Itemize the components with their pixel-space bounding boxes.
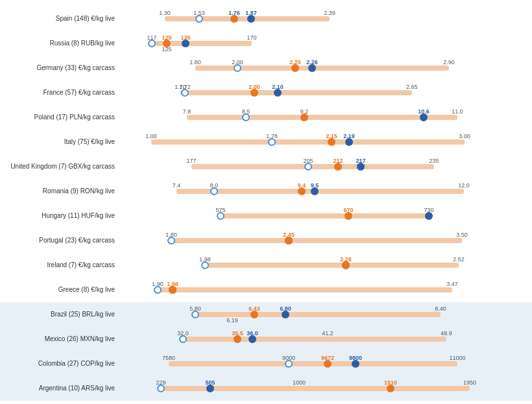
row-colombia: Colombia (27) COP/kg live 7580 9000 9672… xyxy=(0,351,532,376)
dot-mexico-2023 xyxy=(248,335,256,343)
dot-uk-2022 xyxy=(304,163,312,171)
dot-greece-2022 xyxy=(154,286,162,294)
val-colombia-1: 7580 xyxy=(162,355,175,361)
dot-greece-forecast xyxy=(169,286,176,294)
row-brazil: Brazil (25) BRL/kg live 5.80 6.43 6.80 8… xyxy=(0,302,532,327)
dot-poland-forecast xyxy=(300,113,308,121)
dot-russia-2022 xyxy=(148,40,156,47)
dot-france-2023 xyxy=(274,89,282,97)
bar-ireland xyxy=(205,263,459,268)
val-greece-3: 3.47 xyxy=(446,281,458,287)
chart-romania: 7.4 8.0 9.4 9.5 12.0 xyxy=(120,181,532,202)
val-italy-5: 3.00 xyxy=(459,133,470,139)
label-brazil: Brazil (25) BRL/kg live xyxy=(0,311,120,318)
row-portugal: Portugal (23) €/kg carcass 1.80 2.45 3.5… xyxy=(0,228,532,253)
val-mexico-4: 41.2 xyxy=(322,330,333,337)
rows-wrapper: Spain (148) €/kg live 1.30 1.53 1.76 1.8… xyxy=(0,6,532,404)
val-spain-5: 2.39 xyxy=(324,10,335,16)
label-germany: Germany (33) €/kg carcass xyxy=(0,64,120,72)
chart-russia: 117 125 135 170 125 xyxy=(120,33,532,54)
val-uk-1: 177 xyxy=(186,158,196,164)
chart-argentina: 229 505 1000 1510 1950 xyxy=(120,378,532,399)
row-spain: Spain (148) €/kg live 1.30 1.53 1.76 1.8… xyxy=(0,6,532,31)
val-france-5: 2.65 xyxy=(406,84,418,90)
label-hungary: Hungary (11) HUF/kg live xyxy=(0,212,120,220)
chart-spain: 1.30 1.53 1.76 1.87 2.39 xyxy=(120,8,532,29)
row-romania: Romania (9) RON/kg live 7.4 8.0 9.4 9.5 … xyxy=(0,179,532,204)
row-ireland: Ireland (7) €/kg carcass 1.98 2.28 2.52 xyxy=(0,253,532,278)
bar-uk xyxy=(191,164,434,169)
label-colombia: Colombia (27) COP/kg live xyxy=(0,360,120,368)
label-mexico: Mexico (26) MXN/kg live xyxy=(0,335,120,343)
dot-russia-2023 xyxy=(182,40,189,47)
chart-france: 1.70 1.72 2.00 2.10 2.65 xyxy=(120,82,532,103)
chart-ireland: 1.98 2.28 2.52 xyxy=(120,255,532,276)
label-portugal: Portugal (23) €/kg carcass xyxy=(0,237,120,244)
label-spain: Spain (148) €/kg live xyxy=(0,15,120,23)
dot-colombia-2023 xyxy=(352,360,359,368)
dot-argentina-2022 xyxy=(157,385,165,392)
dot-germany-2023 xyxy=(308,64,316,72)
val-italy-1: 1.00 xyxy=(145,133,157,139)
val-romania-5: 12.0 xyxy=(458,182,470,189)
dot-france-2022 xyxy=(181,89,189,97)
chart-colombia: 7580 9000 9672 9800 11000 xyxy=(120,353,532,374)
bar-italy xyxy=(151,139,465,145)
val-spain-1: 1.30 xyxy=(159,10,171,16)
val-romania-1: 7.4 xyxy=(173,182,181,189)
val-germany-5: 2.90 xyxy=(443,59,455,65)
chart-hungary: 575 670 730 xyxy=(120,206,532,226)
section-world: Brazil (25) BRL/kg live 5.80 6.43 6.80 8… xyxy=(0,302,532,401)
dot-uk-2023 xyxy=(357,163,365,171)
label-italy: Italy (75) €/kg live xyxy=(0,138,120,146)
chart-greece: 1.90 1.98 3.47 xyxy=(120,279,532,300)
dot-ireland-forecast xyxy=(342,261,350,269)
bar-portugal xyxy=(171,238,462,243)
bar-romania xyxy=(176,189,464,194)
dot-mexico-2022 xyxy=(179,335,187,343)
dot-romania-forecast xyxy=(298,187,306,195)
dot-germany-2022 xyxy=(234,64,241,72)
dot-ireland-2022 xyxy=(201,261,209,269)
chart-portugal: 1.80 2.45 3.50 xyxy=(120,230,532,251)
val-ireland-3: 2.52 xyxy=(453,256,465,263)
dot-hungary-2023 xyxy=(425,212,433,220)
label-ireland: Ireland (7) €/kg carcass xyxy=(0,261,120,269)
dot-italy-2022 xyxy=(268,138,276,146)
dot-portugal-forecast xyxy=(285,237,293,244)
row-argentina: Argentina (10) ARS/kg live 229 505 1000 … xyxy=(0,376,532,401)
dot-brazil-forecast xyxy=(250,311,258,318)
dot-hungary-forecast xyxy=(345,212,352,220)
dot-germany-forecast xyxy=(291,64,299,72)
val-argentina-5: 1950 xyxy=(463,379,476,386)
bar-hungary xyxy=(221,213,429,219)
dot-italy-forecast xyxy=(328,138,335,146)
row-russia: Russia (8) RUB/kg live 117 125 135 170 1… xyxy=(0,31,532,56)
dot-spain-forecast xyxy=(230,15,238,23)
bar-poland xyxy=(187,115,457,120)
val-germany-1: 1.80 xyxy=(189,59,201,65)
dot-colombia-2022 xyxy=(285,360,293,368)
row-germany: Germany (33) €/kg carcass 1.80 2.00 2.25… xyxy=(0,56,532,80)
dot-romania-2023 xyxy=(311,187,319,195)
chart-mexico: 32.0 35.5 36.0 41.2 48.9 xyxy=(120,329,532,350)
val-poland-1: 7.8 xyxy=(183,108,191,115)
chart-germany: 1.80 2.00 2.25 2.26 2.90 xyxy=(120,58,532,78)
label-france: France (57) €/kg carcass xyxy=(0,89,120,97)
dot-portugal-2022 xyxy=(167,237,175,244)
label-poland: Poland (17) PLN/kg carcass xyxy=(0,113,120,121)
dot-uk-forecast xyxy=(334,163,342,171)
row-china: China (27) CNY/kg live 13 15 16 19 22 xyxy=(0,401,532,404)
row-mexico: Mexico (26) MXN/kg live 32.0 35.5 36.0 4… xyxy=(0,327,532,351)
val-portugal-3: 3.50 xyxy=(456,232,468,238)
dot-poland-2022 xyxy=(242,113,250,121)
dot-france-forecast xyxy=(250,89,258,97)
label-uk: United Kingdom (7) GBX/kg carcass xyxy=(0,163,120,171)
val-russia-4: 170 xyxy=(247,34,256,41)
dot-argentina-2023 xyxy=(206,385,214,392)
dot-hungary-2022 xyxy=(217,212,224,220)
chart-container: 2023 Actual average price in 2022 Actual… xyxy=(0,0,532,404)
section-eu: Spain (148) €/kg live 1.30 1.53 1.76 1.8… xyxy=(0,6,532,302)
dot-brazil-2023 xyxy=(282,311,289,318)
chart-uk: 177 205 212 217 235 xyxy=(120,156,532,177)
